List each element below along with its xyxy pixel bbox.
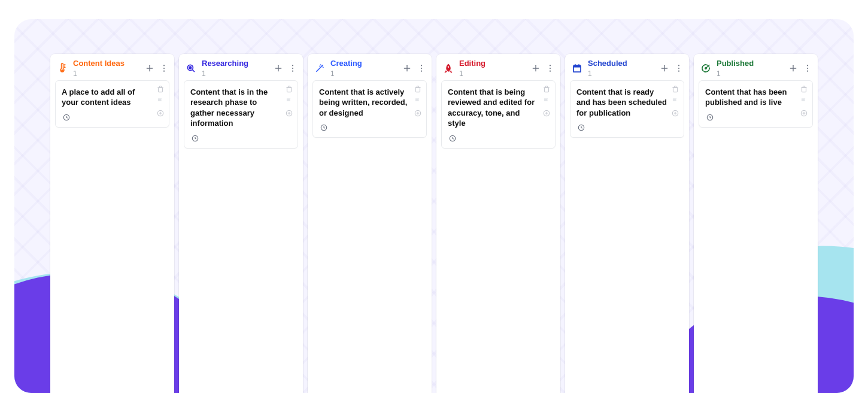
- column-published: Published 1 Content that has been publis…: [694, 54, 818, 393]
- target-icon: [700, 62, 712, 74]
- column-title[interactable]: Creating: [330, 59, 396, 68]
- flag-icon[interactable]: [542, 96, 551, 106]
- column-header: Published 1: [694, 54, 818, 80]
- wand-icon: [314, 62, 326, 74]
- svg-point-32: [421, 68, 422, 69]
- add-subitem-icon[interactable]: [799, 108, 809, 118]
- svg-point-72: [807, 68, 808, 69]
- svg-point-43: [550, 65, 551, 66]
- card-title: A place to add all of your content ideas: [62, 87, 152, 108]
- column-header: Researching 1: [179, 54, 303, 80]
- column-content-ideas: Content Ideas 1 A place to add all of yo…: [50, 54, 174, 393]
- calendar-icon: [571, 62, 583, 74]
- card-title: Content that is actively being written, …: [319, 87, 409, 119]
- add-subitem-icon[interactable]: [156, 108, 165, 118]
- flag-icon[interactable]: [284, 96, 294, 106]
- add-subitem-icon[interactable]: [284, 108, 294, 118]
- svg-point-0: [62, 69, 63, 71]
- app-frame: Content Ideas 1 A place to add all of yo…: [14, 19, 854, 393]
- clock-icon[interactable]: [448, 134, 457, 143]
- card[interactable]: A place to add all of your content ideas: [55, 80, 169, 128]
- column-header: Editing 1: [436, 54, 560, 80]
- column-title[interactable]: Editing: [459, 59, 524, 68]
- column-title[interactable]: Content Ideas: [73, 59, 138, 68]
- thermometer-icon: [56, 62, 68, 74]
- clock-icon[interactable]: [705, 113, 715, 122]
- svg-rect-61: [673, 87, 678, 92]
- card[interactable]: Content that is actively being written, …: [312, 80, 427, 138]
- add-subitem-icon[interactable]: [670, 108, 680, 118]
- column-count: 1: [588, 69, 653, 78]
- column-count: 1: [73, 69, 138, 78]
- svg-rect-46: [545, 87, 549, 92]
- svg-point-8: [163, 70, 165, 71]
- column-title[interactable]: Researching: [202, 59, 267, 68]
- add-card-button[interactable]: [787, 62, 800, 75]
- delete-icon[interactable]: [413, 84, 423, 94]
- column-menu-button[interactable]: [544, 62, 557, 75]
- svg-point-68: [705, 68, 706, 69]
- column-count: 1: [459, 69, 524, 78]
- flag-icon[interactable]: [156, 96, 165, 106]
- flag-icon[interactable]: [670, 96, 680, 106]
- svg-line-16: [193, 69, 195, 71]
- delete-icon[interactable]: [542, 84, 551, 94]
- svg-point-31: [421, 65, 422, 66]
- delete-icon[interactable]: [156, 84, 165, 94]
- card-title: Content that is ready and has been sched…: [576, 87, 667, 119]
- svg-point-7: [163, 68, 165, 69]
- add-card-button[interactable]: [272, 62, 285, 75]
- clock-icon[interactable]: [576, 123, 586, 132]
- card-title: Content that has been published and is l…: [705, 87, 796, 108]
- column-menu-button[interactable]: [286, 62, 299, 75]
- svg-point-71: [807, 65, 808, 66]
- add-subitem-icon[interactable]: [542, 108, 551, 118]
- svg-rect-34: [416, 87, 420, 92]
- svg-point-6: [163, 65, 165, 66]
- column-header: Content Ideas 1: [50, 54, 174, 80]
- column-title[interactable]: Published: [717, 59, 782, 68]
- add-card-button[interactable]: [529, 62, 542, 75]
- flag-icon[interactable]: [799, 96, 809, 106]
- column-researching: Researching 1 Content that is in the res…: [179, 54, 303, 393]
- column-title[interactable]: Scheduled: [588, 59, 653, 68]
- card[interactable]: Content that is being reviewed and edite…: [441, 80, 556, 149]
- delete-icon[interactable]: [284, 84, 294, 94]
- add-card-button[interactable]: [143, 62, 156, 75]
- rocket-icon: [442, 62, 454, 74]
- svg-point-33: [421, 70, 422, 71]
- svg-point-58: [678, 65, 679, 66]
- card[interactable]: Content that has been published and is l…: [699, 80, 813, 128]
- card[interactable]: Content that is ready and has been sched…: [570, 80, 684, 138]
- column-menu-button[interactable]: [157, 62, 171, 75]
- clock-icon[interactable]: [190, 134, 200, 143]
- column-header: Creating 1: [308, 54, 432, 80]
- svg-rect-53: [573, 67, 581, 72]
- delete-icon[interactable]: [670, 84, 680, 94]
- svg-point-20: [292, 65, 293, 66]
- add-subitem-icon[interactable]: [413, 108, 423, 118]
- card-title: Content that is being reviewed and edite…: [448, 87, 538, 129]
- column-menu-button[interactable]: [801, 62, 814, 75]
- column-menu-button[interactable]: [672, 62, 685, 75]
- kanban-board: Content Ideas 1 A place to add all of yo…: [50, 54, 818, 393]
- add-card-button[interactable]: [658, 62, 671, 75]
- card[interactable]: Content that is in the research phase to…: [184, 80, 298, 149]
- clock-icon[interactable]: [62, 113, 71, 122]
- svg-rect-74: [802, 87, 806, 92]
- magnifier-icon: [185, 62, 197, 74]
- svg-point-40: [448, 66, 449, 67]
- column-menu-button[interactable]: [415, 62, 428, 75]
- svg-point-73: [807, 70, 808, 71]
- add-card-button[interactable]: [400, 62, 414, 75]
- svg-point-60: [678, 70, 679, 71]
- column-count: 1: [330, 69, 396, 78]
- column-count: 1: [202, 69, 267, 78]
- svg-rect-23: [287, 87, 292, 92]
- svg-point-44: [550, 68, 551, 69]
- clock-icon[interactable]: [319, 123, 329, 132]
- delete-icon[interactable]: [799, 84, 809, 94]
- svg-point-17: [189, 66, 191, 68]
- column-creating: Creating 1 Content that is actively bein…: [308, 54, 432, 393]
- flag-icon[interactable]: [413, 96, 423, 106]
